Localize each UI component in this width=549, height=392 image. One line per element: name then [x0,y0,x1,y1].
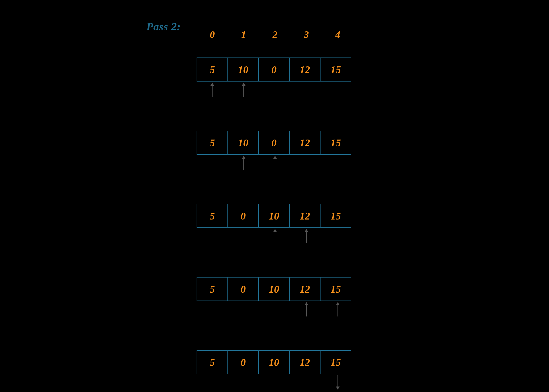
pointer-arrow-up [241,83,246,97]
array-row: 50101215 [197,350,351,374]
array-row: 50101215 [197,277,351,301]
array-cell: 5 [197,277,228,301]
array-cell: 10 [227,57,259,82]
array-cell: 0 [258,131,290,155]
array-cell: 5 [197,131,228,155]
svg-marker-4 [273,229,277,232]
array-cell: 10 [258,204,290,228]
index-label: 3 [291,29,322,40]
array-cell: 0 [227,204,259,228]
index-label: 4 [322,29,353,40]
array-cell: 12 [289,57,321,82]
array-row: 51001215 [197,57,351,82]
array-cell: 0 [227,277,259,301]
svg-marker-0 [210,83,214,86]
array-cell: 15 [320,57,351,82]
index-label: 0 [197,29,228,40]
svg-marker-2 [242,156,245,159]
array-cell: 5 [197,57,228,82]
index-label: 2 [259,29,291,40]
array-cell: 12 [289,204,321,228]
pointer-arrow-up [210,83,215,97]
pointer-arrow-up [241,156,246,170]
svg-marker-6 [305,302,308,305]
array-cell: 12 [289,131,321,155]
array-cell: 12 [289,277,321,301]
pointer-arrow-down [335,375,340,390]
pointer-arrow-up [304,229,309,243]
svg-marker-3 [273,156,277,159]
index-label: 1 [228,29,259,40]
array-cell: 5 [197,204,228,228]
svg-marker-7 [336,302,340,305]
svg-marker-5 [305,229,308,232]
pointer-arrow-up [335,302,340,316]
pointer-arrow-up [304,302,309,316]
index-row: 0 1 2 3 4 [197,29,353,40]
array-cell: 12 [289,350,321,374]
array-cell: 0 [227,350,259,374]
array-cell: 15 [320,277,351,301]
array-cell: 15 [320,204,351,228]
array-cell: 15 [320,131,351,155]
pointer-arrow-up [272,229,278,243]
array-row: 50101215 [197,204,351,228]
array-row: 51001215 [197,131,351,155]
pass-title: Pass 2: [146,20,181,33]
array-cell: 10 [258,350,290,374]
pointer-arrow-up [272,156,278,170]
array-cell: 5 [197,350,228,374]
diagram-stage: Pass 2: 0 1 2 3 4 5100121551001215501012… [0,0,549,392]
array-cell: 0 [258,57,290,82]
annotation-label: second largest element [288,391,371,392]
array-cell: 10 [227,131,259,155]
svg-marker-1 [242,83,245,86]
svg-marker-8 [336,387,340,390]
array-cell: 15 [320,350,351,374]
array-cell: 10 [258,277,290,301]
